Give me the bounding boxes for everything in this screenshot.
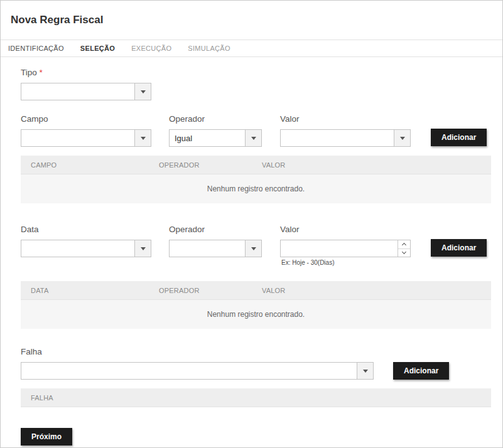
data-table: DATA OPERADOR VALOR Nenhum registro enco… [21, 281, 491, 329]
chevron-down-icon[interactable] [394, 130, 410, 146]
column-header-data: DATA [21, 287, 159, 294]
falha-label: Falha [21, 347, 502, 356]
dropdown-arrow-icon [400, 137, 405, 140]
campo-table-header: CAMPO OPERADOR VALOR [21, 156, 491, 174]
data-table-header: DATA OPERADOR VALOR [21, 281, 491, 300]
campo-valor-select-value [281, 130, 394, 146]
column-header-operador: OPERADOR [159, 161, 262, 169]
campo-valor-label: Valor [280, 114, 411, 124]
chevron-down-icon[interactable] [245, 240, 261, 257]
data-select-value [21, 240, 134, 257]
campo-operador-select[interactable]: Igual [169, 129, 262, 147]
tab-identificacao[interactable]: IDENTIFICAÇÃO [8, 45, 64, 52]
column-header-operador: OPERADOR [159, 287, 262, 294]
campo-label: Campo [21, 114, 151, 124]
data-valor-hint: Ex: Hoje - 30(Dias) [280, 259, 411, 266]
spinner-up-icon[interactable] [398, 240, 410, 248]
falha-table-header: FALHA [21, 388, 491, 407]
data-label: Data [21, 225, 151, 234]
column-header-campo: CAMPO [21, 161, 159, 169]
falha-select-value [21, 363, 357, 379]
footer: Próximo [21, 428, 502, 445]
dropdown-arrow-icon [251, 137, 256, 140]
campo-table: CAMPO OPERADOR VALOR Nenhum registro enc… [21, 156, 491, 203]
dropdown-arrow-icon [251, 247, 256, 250]
data-operador-select-value [170, 240, 245, 257]
page-title: Nova Regra Fiscal [11, 14, 103, 26]
dropdown-arrow-icon [141, 137, 146, 140]
campo-table-empty-row: Nenhum registro encontrado. [21, 174, 491, 203]
add-falha-button[interactable]: Adicionar [393, 362, 449, 380]
campo-valor-select[interactable] [280, 129, 411, 147]
data-select[interactable] [21, 240, 151, 257]
campo-select[interactable] [21, 129, 151, 147]
data-operador-label: Operador [169, 225, 262, 234]
new-fiscal-rule-page: Nova Regra Fiscal IDENTIFICAÇÃO SELEÇÃO … [0, 0, 503, 448]
tab-bar: IDENTIFICAÇÃO SELEÇÃO EXECUÇÃO SIMULAÇÃO [1, 40, 502, 57]
spinner-buttons [398, 240, 410, 257]
data-operador-select[interactable] [169, 240, 262, 257]
tipo-label: Tipo * [21, 68, 151, 77]
chevron-down-icon[interactable] [245, 130, 261, 146]
add-campo-button[interactable]: Adicionar [431, 129, 487, 146]
next-button[interactable]: Próximo [21, 428, 72, 445]
selecao-tab-content: Tipo * Campo Operador Igual [1, 57, 502, 407]
spinner-down-icon[interactable] [398, 248, 410, 257]
dropdown-arrow-icon [363, 370, 368, 373]
column-header-valor: VALOR [262, 287, 491, 294]
add-data-button[interactable]: Adicionar [431, 239, 487, 257]
falha-table: FALHA [21, 388, 491, 407]
dropdown-arrow-icon [141, 90, 146, 93]
falha-select[interactable] [21, 362, 374, 380]
column-header-falha: FALHA [21, 394, 159, 402]
tab-selecao[interactable]: SELEÇÃO [80, 45, 115, 52]
required-asterisk: * [40, 68, 43, 77]
page-header: Nova Regra Fiscal [1, 1, 502, 40]
chevron-down-icon[interactable] [357, 363, 373, 379]
tipo-select[interactable] [21, 83, 151, 100]
column-header-valor: VALOR [262, 161, 491, 169]
data-table-empty-row: Nenhum registro encontrado. [21, 300, 491, 329]
tab-execucao[interactable]: EXECUÇÃO [131, 45, 171, 52]
campo-select-value [21, 130, 134, 146]
data-valor-spinner[interactable] [280, 240, 411, 257]
data-valor-label: Valor [280, 225, 411, 234]
chevron-down-icon[interactable] [134, 240, 151, 257]
tab-simulacao[interactable]: SIMULAÇÃO [188, 45, 230, 52]
chevron-down-icon[interactable] [134, 130, 151, 146]
campo-operador-label: Operador [169, 114, 262, 124]
dropdown-arrow-icon [141, 247, 146, 250]
tipo-select-value [21, 83, 134, 100]
data-valor-input[interactable] [281, 240, 398, 257]
campo-operador-select-value: Igual [170, 130, 245, 146]
chevron-down-icon[interactable] [134, 83, 151, 100]
